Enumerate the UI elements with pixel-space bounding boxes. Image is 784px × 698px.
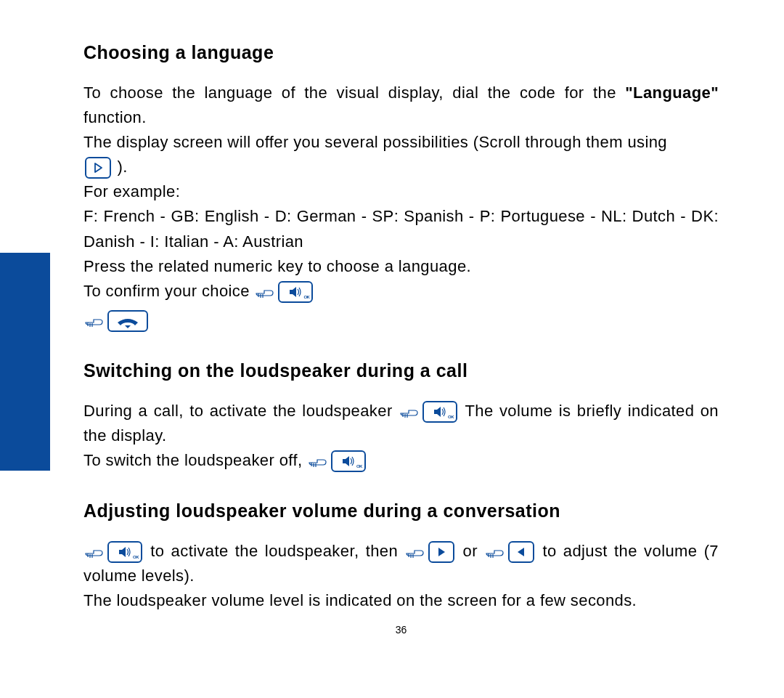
nav-left-key-icon bbox=[508, 541, 534, 563]
paragraph: To choose the language of the visual dis… bbox=[83, 81, 719, 130]
pointing-hand-icon bbox=[83, 313, 105, 329]
text: to activate the loudspeaker, then bbox=[150, 542, 404, 560]
page-content: Choosing a language To choose the langua… bbox=[83, 42, 719, 636]
paragraph: During a call, to activate the loudspeak… bbox=[83, 399, 719, 448]
heading-choosing-language: Choosing a language bbox=[83, 42, 719, 63]
heading-adjust-volume: Adjusting loudspeaker volume during a co… bbox=[83, 500, 719, 522]
paragraph bbox=[83, 308, 719, 333]
paragraph: Press the related numeric key to choose … bbox=[83, 254, 719, 279]
paragraph: To switch the loudspeaker off, OK bbox=[83, 448, 719, 473]
paragraph: ). bbox=[83, 155, 719, 179]
svg-marker-2 bbox=[438, 548, 445, 556]
paragraph: The display screen will offer you severa… bbox=[83, 130, 719, 155]
text: ). bbox=[113, 158, 128, 176]
text: To choose the language of the visual dis… bbox=[83, 84, 625, 102]
hangup-key-icon bbox=[107, 310, 148, 332]
speaker-ok-key-icon: OK bbox=[278, 281, 313, 303]
pointing-hand-icon bbox=[484, 544, 506, 560]
nav-right-key-icon bbox=[85, 157, 111, 179]
speaker-ok-key-icon: OK bbox=[422, 401, 457, 423]
pointing-hand-icon bbox=[307, 453, 329, 469]
paragraph: For example: bbox=[83, 179, 719, 204]
page-number: 36 bbox=[83, 624, 719, 636]
text: During a call, to activate the loudspeak… bbox=[83, 402, 399, 420]
paragraph: The loudspeaker volume level is indicate… bbox=[83, 588, 719, 613]
speaker-ok-key-icon: OK bbox=[107, 541, 142, 563]
section-adjust-volume: Adjusting loudspeaker volume during a co… bbox=[83, 500, 719, 613]
paragraph: OK to activate the loudspeaker, then or bbox=[83, 539, 719, 588]
section-choosing-language: Choosing a language To choose the langua… bbox=[83, 42, 719, 333]
text: To switch the loudspeaker off, bbox=[83, 451, 307, 469]
svg-marker-3 bbox=[518, 548, 524, 556]
pointing-hand-icon bbox=[404, 544, 426, 560]
speaker-ok-key-icon: OK bbox=[331, 450, 366, 472]
section-loudspeaker-on: Switching on the loudspeaker during a ca… bbox=[83, 360, 719, 473]
pointing-hand-icon bbox=[83, 544, 105, 560]
text: To confirm your choice bbox=[83, 282, 254, 300]
pointing-hand-icon bbox=[399, 404, 420, 420]
text: function. bbox=[83, 108, 147, 126]
nav-right-key-icon bbox=[428, 541, 454, 563]
paragraph-languages-list: F: French - GB: English - D: German - SP… bbox=[83, 204, 719, 253]
pointing-hand-icon bbox=[254, 284, 276, 300]
svg-marker-1 bbox=[125, 325, 131, 328]
text: The display screen will offer you severa… bbox=[83, 133, 667, 151]
side-blue-bar bbox=[0, 253, 50, 471]
text-bold-language: "Language" bbox=[625, 84, 719, 102]
paragraph: To confirm your choice OK bbox=[83, 279, 719, 304]
text: or bbox=[463, 542, 485, 560]
heading-loudspeaker-on: Switching on the loudspeaker during a ca… bbox=[83, 360, 719, 381]
svg-marker-0 bbox=[95, 163, 102, 172]
